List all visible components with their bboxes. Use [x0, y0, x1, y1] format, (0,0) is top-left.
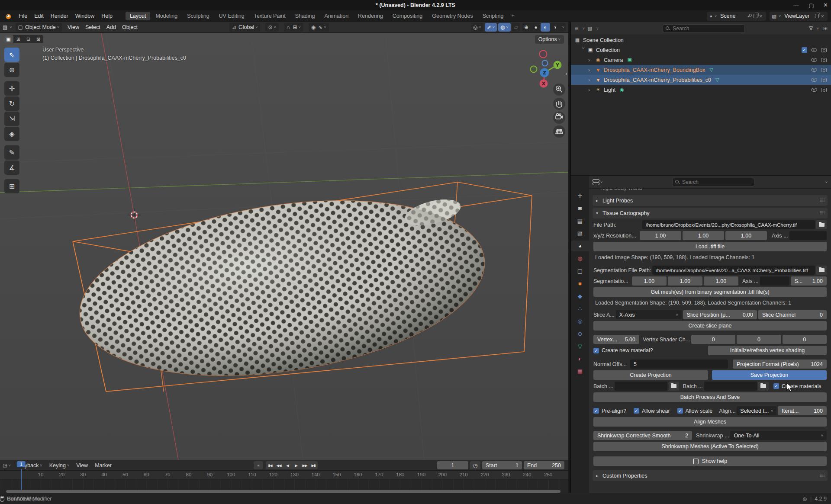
- prealign-checkbox[interactable]: ✓Pre-align?: [593, 408, 626, 414]
- proportional-edit-controls[interactable]: ◉ ∿˅: [309, 23, 329, 32]
- rotate-tool[interactable]: ↻: [4, 96, 19, 111]
- select-mode-new[interactable]: ▣: [3, 35, 13, 43]
- timeline-editor-icon[interactable]: ◷: [3, 462, 7, 469]
- properties-search[interactable]: [672, 178, 754, 186]
- select-mode-extend[interactable]: ⊞: [13, 35, 23, 43]
- outliner-row-scene-collection[interactable]: ▦ Scene Collection: [571, 35, 831, 45]
- object-name[interactable]: Camera: [604, 57, 623, 63]
- tab-data[interactable]: ▽: [572, 341, 588, 352]
- pan-button[interactable]: [553, 98, 565, 110]
- disable-render-icon[interactable]: [821, 68, 827, 72]
- jump-end-button[interactable]: ▶▮: [309, 461, 318, 469]
- jump-start-button[interactable]: ▮◀: [266, 461, 274, 469]
- shrinkwrap-meshes-button[interactable]: Shrinkwrap Meshes (Active To Selected): [593, 442, 827, 451]
- normal-offset-field[interactable]: 5: [630, 360, 728, 369]
- hide-viewport-icon[interactable]: [811, 78, 817, 82]
- load-tiff-button[interactable]: Load .tiff file: [593, 242, 827, 251]
- add-workspace-button[interactable]: +: [508, 12, 518, 20]
- transform-tool[interactable]: ◈: [4, 127, 19, 141]
- disable-render-icon[interactable]: [821, 58, 827, 62]
- play-button[interactable]: ▶: [292, 461, 300, 469]
- show-overlays-toggle[interactable]: ◍˅: [498, 23, 511, 32]
- tab-object[interactable]: ■: [572, 278, 588, 289]
- mode-dropdown[interactable]: ▢ Object Mode ˅: [16, 23, 62, 32]
- app-menu-item[interactable]: File: [15, 13, 31, 19]
- app-menu-item[interactable]: Edit: [31, 13, 47, 19]
- seg-resolution-y-field[interactable]: 1.00: [668, 276, 702, 286]
- batch-field-1[interactable]: [615, 382, 667, 391]
- file-path-field[interactable]: /home/bruno/Dropbox/Events/20...phy/Dros…: [642, 220, 815, 229]
- tab-rendering[interactable]: Rendering: [354, 12, 387, 20]
- auto-key-button[interactable]: ●: [254, 461, 263, 469]
- visibility-dropdown[interactable]: ◎˅: [471, 23, 483, 32]
- shading-wireframe-button[interactable]: ⊕: [522, 23, 531, 32]
- options-button[interactable]: Options˅: [535, 35, 564, 44]
- disable-render-icon[interactable]: [821, 78, 827, 82]
- allow-scale-checkbox[interactable]: ✓Allow scale: [677, 408, 713, 414]
- hide-viewport-icon[interactable]: [811, 58, 817, 62]
- outliner-row-probabilities[interactable]: › ▼ Drosophila_CAAX-mCherry_Probabilitie…: [571, 75, 831, 85]
- align-dropdown[interactable]: Selected t...˅: [737, 406, 776, 415]
- panel-light-probes[interactable]: ▸Light Probes⠿⠿: [593, 195, 828, 206]
- zoom-button[interactable]: [553, 83, 565, 96]
- stopwatch-icon[interactable]: ◷: [470, 461, 480, 469]
- align-meshes-button[interactable]: Align Meshes: [593, 417, 827, 427]
- select-box-tool[interactable]: ⇖: [4, 48, 19, 62]
- hide-viewport-icon[interactable]: [811, 68, 817, 72]
- panel-tissue-cartography[interactable]: ▾Tissue Cartography⠿⠿: [593, 208, 828, 218]
- vertex-shader-ch2-field[interactable]: 0: [737, 335, 781, 344]
- shading-material-button[interactable]: ◐: [541, 23, 550, 32]
- seg-path-field[interactable]: /home/bruno/Dropbox/Events/20...a_CAAX-m…: [652, 266, 815, 275]
- batch-browse-1-button[interactable]: [669, 382, 679, 391]
- seg-resolution-x-field[interactable]: 1.00: [632, 276, 667, 286]
- create-material-checkbox[interactable]: ✓Create new material?: [593, 347, 707, 353]
- view-layer-selector[interactable]: ▧˅ ViewLayer ×: [770, 12, 828, 21]
- next-keyframe-button[interactable]: ▶▶: [300, 461, 309, 469]
- panel-rigid-body-world[interactable]: Rigid Body World: [593, 189, 828, 193]
- playhead[interactable]: [21, 469, 22, 490]
- seg-s-field[interactable]: S...1.00: [791, 276, 827, 286]
- pin-icon[interactable]: [747, 14, 751, 18]
- close-button[interactable]: ×: [824, 1, 828, 9]
- magnet-icon[interactable]: ∩: [287, 24, 290, 30]
- show-help-button[interactable]: Show help: [593, 456, 827, 466]
- camera-view-button[interactable]: [553, 112, 565, 124]
- outliner-search[interactable]: [663, 24, 745, 33]
- tab-view-layer[interactable]: ▧: [572, 228, 588, 239]
- batch-process-button[interactable]: Batch Process And Save: [593, 392, 827, 402]
- pivot-dropdown[interactable]: ⊙˅: [265, 23, 278, 32]
- app-menu-item[interactable]: Render: [47, 13, 72, 19]
- viewport-3d[interactable]: ▧˅ ▢ Object Mode ˅ ViewSelectAddObject ⊿…: [0, 22, 568, 460]
- tab-layout[interactable]: Layout: [126, 12, 151, 20]
- new-collection-icon[interactable]: ⊞: [823, 26, 828, 32]
- navigation-gizmo[interactable]: Z Y X: [531, 51, 562, 88]
- timeline-track[interactable]: [0, 479, 568, 490]
- app-menu-item[interactable]: Window: [72, 13, 98, 19]
- blender-logo-icon[interactable]: [4, 13, 12, 20]
- tab-modeling[interactable]: Modeling: [151, 12, 182, 20]
- resolution-z-field[interactable]: 1.00: [725, 231, 767, 240]
- properties-search-input[interactable]: [682, 179, 751, 185]
- projection-format-field[interactable]: Projection Format (Pixels)1024: [733, 360, 827, 369]
- scene-selector[interactable]: ◕˅ Scene ×: [707, 12, 766, 21]
- current-frame-badge[interactable]: 1: [17, 461, 26, 467]
- editor-type-icon[interactable]: ▧: [3, 24, 7, 30]
- select-mode-subtract[interactable]: ⊟: [23, 35, 33, 43]
- outliner-row-light[interactable]: › ☀ Light ◉: [571, 85, 831, 95]
- outliner-search-input[interactable]: [673, 26, 742, 32]
- show-gizmo-toggle[interactable]: ⇗˅: [485, 23, 497, 32]
- tab-scene[interactable]: ◕: [571, 241, 589, 251]
- xray-toggle[interactable]: ▱: [512, 23, 520, 32]
- get-mesh-button[interactable]: Get mesh(es) from binary segmentation .t…: [593, 287, 827, 297]
- falloff-icon[interactable]: ∿: [318, 24, 322, 30]
- tab-sculpting[interactable]: Sculpting: [183, 12, 213, 20]
- tab-geometry-nodes[interactable]: Geometry Nodes: [428, 12, 477, 20]
- object-name[interactable]: Scene Collection: [583, 37, 624, 43]
- slice-position-field[interactable]: Slice Position (μ...0.00: [683, 310, 757, 319]
- viewport-menu-item[interactable]: Add: [103, 24, 119, 30]
- frame-start-field[interactable]: Start1: [482, 461, 522, 469]
- proportional-icon[interactable]: ◉: [311, 24, 316, 30]
- resolution-y-field[interactable]: 1.00: [683, 231, 724, 240]
- filter-type-icon[interactable]: ▧: [587, 26, 592, 32]
- viewport-menu-item[interactable]: Object: [119, 24, 141, 30]
